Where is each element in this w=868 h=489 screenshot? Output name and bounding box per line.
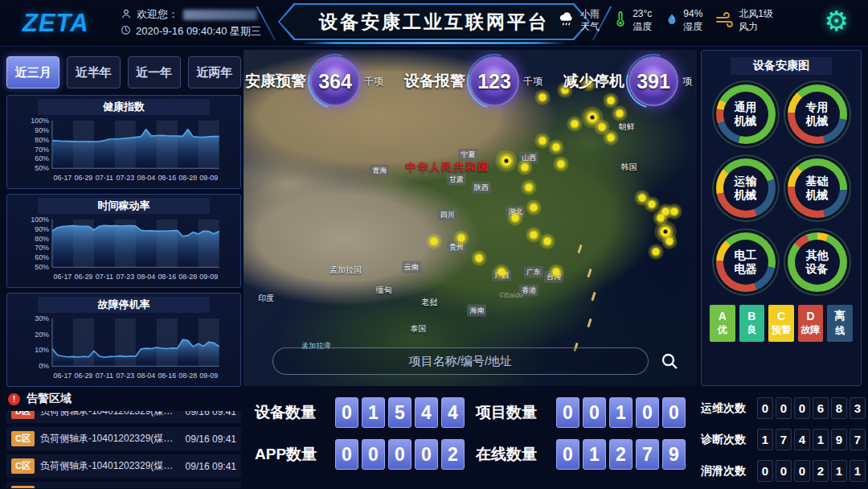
time-filter-button[interactable]: 近两年 [188,56,241,88]
map-label-country: 印度 [258,293,274,304]
gauge-label-line: 通用 [735,101,757,115]
digit-box: 7 [636,439,659,470]
project-marker-dot[interactable] [670,208,678,215]
project-marker-dot[interactable] [571,120,578,127]
project-marker-dot[interactable] [598,124,605,131]
project-marker-dot[interactable] [557,161,564,168]
project-marker-dot[interactable] [616,110,624,117]
project-marker-dot[interactable] [526,184,533,191]
counter-digits: 00100 [556,397,686,428]
counter-group: 项目数量00100 [476,397,697,428]
chart-title: 健康指数 [38,99,210,115]
time-filter-button[interactable]: 近半年 [67,56,120,88]
project-marker-dot[interactable] [588,112,598,122]
weather-label: 天气 [580,21,600,34]
gauge-label: 电工电器 [723,240,768,285]
digit-box: 0 [636,397,659,428]
gauge-label: 通用机械 [723,92,768,137]
digit-box: 0 [757,397,773,419]
project-marker-dot[interactable] [430,238,437,245]
svg-text:07-23: 07-23 [116,372,134,380]
map-label-province: 甘肃 [447,173,466,185]
health-legend: A优B良C预警D故障离线 [710,305,853,342]
counter-label: 润滑次数 [701,464,751,479]
counter-label: 在线数量 [476,444,547,465]
project-marker-dot[interactable] [498,268,506,275]
chart-panel: 故障停机率30%20%10%0%06-1706-2907-1107-2308-0… [6,293,241,387]
alert-row[interactable]: D区负荷侧轴承-10401202329(煤气引风机电...09/16 09:41 [6,411,241,423]
digit-box: 0 [794,460,810,482]
kpi-row: 安康预警364千项设备报警123千项减少停机391项 [245,56,692,106]
alert-row[interactable]: C区负荷侧轴承-10401202329(煤气引风机电...09/16 09:41 [6,427,241,450]
alert-row[interactable]: C区负荷侧轴承-10401202329(煤气引风机电...09/16 09:41 [6,454,241,478]
time-filter-button[interactable]: 近一年 [128,56,181,88]
counter-digits: 000211 [757,460,866,482]
alert-row[interactable]: C区齿轮箱输入端-10401202412(2#（2V）...09/16 09:4… [6,482,241,488]
kpi-label: 减少停机 [563,71,624,92]
map-label-province: 云南 [402,261,421,273]
project-marker-dot[interactable] [512,215,519,222]
counter-label: 设备数量 [255,402,326,423]
svg-text:08-16: 08-16 [158,273,176,281]
project-marker-dot[interactable] [543,238,551,245]
china-map[interactable]: 中华人民共和国青海宁夏山西甘肃陕西四川湖北贵州云南广西广东海南台湾香港朝鲜韩国孟… [244,50,697,386]
project-marker-dot[interactable] [553,144,560,151]
kpi-label: 设备报警 [404,71,465,92]
time-filter-button[interactable]: 近三月 [6,56,59,88]
svg-text:10%: 10% [35,346,49,354]
weather-item: 小雨天气 [559,8,600,33]
map-label-watermark: ©Baidu [499,291,523,299]
kpi-value: 364 [318,70,352,93]
project-marker-dot[interactable] [607,134,614,141]
map-label-country: 泰国 [410,323,426,335]
alert-text: 齿轮箱输入端-10401202412(2#（2V）... [40,487,180,488]
weather-value: 23°c [633,8,652,21]
project-marker-dot[interactable] [639,194,646,201]
weather-value: 小雨 [580,8,600,21]
digit-box: 0 [388,439,411,470]
settings-gear-icon[interactable]: ⚙ [825,5,849,38]
health-gauge: 运输机械 [716,158,776,218]
project-marker-dot[interactable] [457,235,465,242]
map-label-province: 贵州 [447,240,466,253]
kpi-circle: 123 [469,56,519,106]
project-marker-dot[interactable] [476,255,483,262]
health-gauge: 通用机械 [716,84,776,144]
project-marker-dot[interactable] [660,226,670,236]
map-label-country: 孟加拉国 [330,265,362,276]
kpi-stat: 安康预警364千项 [245,56,383,106]
project-marker-dot[interactable] [661,208,669,215]
project-marker-dot[interactable] [530,231,537,238]
svg-text:0%: 0% [39,362,49,370]
project-marker-dot[interactable] [648,201,655,208]
gauge-label-line: 其他 [806,249,829,263]
legend-label: 良 [747,323,756,337]
project-marker-dot[interactable] [653,248,660,255]
digit-box: 4 [441,397,465,428]
clock-icon [121,25,131,38]
legend-item: 离线 [827,305,853,342]
search-placeholder: 项目名称/编号/地址 [409,354,512,369]
project-marker-dot[interactable] [502,155,512,166]
svg-text:80%: 80% [35,235,49,243]
svg-text:08-28: 08-28 [178,273,197,281]
svg-text:08-04: 08-04 [137,273,155,281]
legend-item: C预警 [768,305,794,342]
legend-grade: A [719,310,727,323]
svg-text:07-11: 07-11 [96,174,113,182]
digit-box: 1 [362,397,385,428]
digit-box: 7 [850,429,866,450]
search-input[interactable]: 项目名称/编号/地址 [272,347,649,375]
svg-text:50%: 50% [35,164,49,172]
user-icon [121,8,132,22]
search-icon[interactable] [660,351,679,371]
project-marker-dot[interactable] [657,215,664,222]
project-marker-dot[interactable] [553,268,560,275]
project-marker-dot[interactable] [521,164,528,171]
project-marker-dot[interactable] [666,238,674,245]
project-marker-dot[interactable] [539,137,547,144]
svg-text:80%: 80% [35,136,49,144]
alerts-header: ! 告警区域 [8,392,241,406]
digit-box: 8 [831,397,847,419]
project-marker-dot[interactable] [530,204,537,212]
